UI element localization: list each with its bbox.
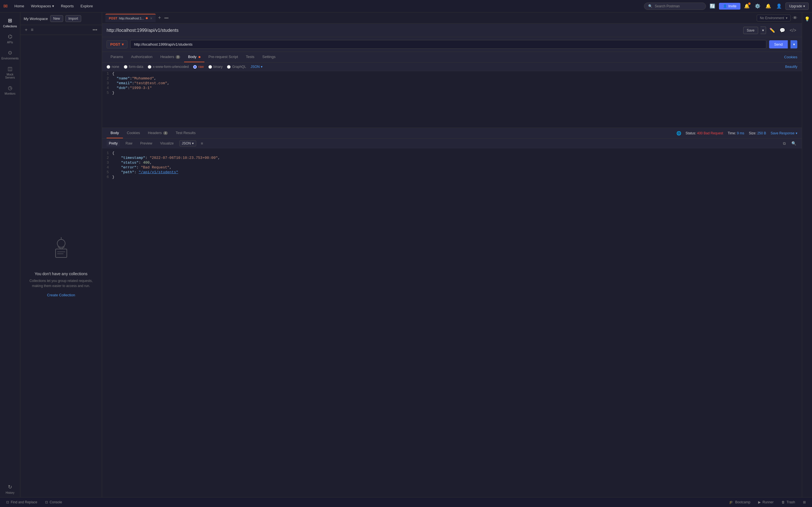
filter-response-btn[interactable]: ≡ (200, 140, 204, 146)
collections-icon: ⊞ (8, 17, 12, 24)
sidebar-item-apis[interactable]: ⌬ APIs (0, 31, 20, 47)
json-format-selector[interactable]: JSON ▾ (251, 65, 262, 69)
more-tabs-btn[interactable]: ••• (163, 16, 170, 20)
radio-none[interactable]: none (107, 65, 119, 69)
radio-urlencoded[interactable]: x-www-form-urlencoded (148, 65, 189, 69)
request-body-editor[interactable]: 1 { 2 "name":"Muhammed", 3 "email":"test… (102, 71, 802, 128)
format-tab-pretty[interactable]: Pretty (107, 140, 120, 147)
code-icon-btn[interactable]: </> (789, 27, 797, 34)
tab-body[interactable]: Body (184, 52, 204, 62)
json-selector-chevron-icon: ▾ (261, 65, 262, 69)
more-options-btn[interactable]: ••• (91, 27, 98, 33)
radio-form-data[interactable]: form-data (124, 65, 143, 69)
tab-settings[interactable]: Settings (258, 52, 280, 62)
sidebar-item-label-monitors: Monitors (4, 92, 15, 95)
method-selector[interactable]: POST ▾ (107, 40, 128, 48)
response-tabs-bar: Body Cookies Headers 4 Test Results 🌐 St… (102, 128, 802, 138)
tab-authorization[interactable]: Authorization (127, 52, 156, 62)
nav-home[interactable]: Home (12, 3, 27, 9)
request-tab[interactable]: POST http://localhost:1... × (105, 14, 156, 22)
environments-icon: ⊙ (8, 50, 12, 56)
nav-reports[interactable]: Reports (59, 3, 76, 9)
profile-btn[interactable]: 👤 (775, 2, 783, 10)
tab-tests[interactable]: Tests (242, 52, 258, 62)
upgrade-button[interactable]: Upgrade ▾ (785, 3, 809, 10)
invite-button[interactable]: 👤 Invite (719, 3, 741, 10)
sync-icon-btn[interactable]: 🔄 (708, 2, 717, 10)
copy-response-btn[interactable]: ⧉ (782, 140, 787, 147)
radio-binary[interactable]: binary (208, 65, 223, 69)
code-line-3: 3 "email":"test@test.com", (102, 81, 802, 86)
bootcamp-icon: 🎓 (729, 500, 733, 504)
nav-explore[interactable]: Explore (79, 3, 95, 9)
sidebar-item-environments[interactable]: ⊙ Environments (0, 47, 20, 63)
new-button[interactable]: New (50, 15, 63, 22)
tab-headers[interactable]: Headers 8 (156, 52, 184, 62)
add-tab-btn[interactable]: + (157, 15, 162, 21)
comment-icon-btn[interactable]: 💬 (778, 26, 786, 34)
resp-line-3: 3 "status": 400, (102, 160, 802, 165)
right-lightbulb-btn[interactable]: 💡 (803, 15, 811, 23)
format-tab-raw[interactable]: Raw (123, 140, 135, 147)
bootcamp-button[interactable]: 🎓 Bootcamp (727, 499, 752, 505)
trash-button[interactable]: 🗑 Trash (780, 499, 797, 505)
code-line-4: 4 "dob":"1999-3-1" (102, 86, 802, 91)
resp-tab-body[interactable]: Body (107, 128, 123, 138)
resp-tab-cookies[interactable]: Cookies (123, 128, 144, 138)
sidebar-item-monitors[interactable]: ◷ Monitors (0, 82, 20, 98)
format-tab-visualize[interactable]: Visualize (158, 140, 176, 147)
send-dropdown-btn[interactable]: ▾ (791, 40, 797, 48)
save-dropdown-btn[interactable]: ▾ (760, 26, 766, 34)
tab-bar: POST http://localhost:1... × + ••• No En… (102, 12, 802, 24)
resp-tab-headers[interactable]: Headers 4 (144, 128, 172, 138)
runner-button[interactable]: ▶ Runner (756, 499, 775, 505)
url-bar: POST ▾ Send ▾ (102, 37, 802, 52)
layout-icon: ⊞ (803, 500, 806, 504)
request-tabs: Params Authorization Headers 8 Body Pre-… (102, 52, 802, 62)
save-button[interactable]: Save (743, 27, 758, 34)
sidebar-item-collections[interactable]: ⊞ Collections (0, 15, 20, 31)
beautify-button[interactable]: Beautify (785, 65, 797, 69)
radio-graphql[interactable]: GraphQL (227, 65, 246, 69)
search-response-btn[interactable]: 🔍 (790, 140, 797, 146)
sidebar-item-mock-servers[interactable]: ◫ Mock Servers (0, 63, 20, 82)
sidebar-item-history[interactable]: ↻ History (0, 481, 20, 497)
console-button[interactable]: ⊡ Console (43, 499, 64, 505)
nav-workspaces[interactable]: Workspaces ▾ (29, 3, 56, 9)
panel-toolbar: + ≡ ••• (20, 25, 102, 35)
resp-tab-test-results[interactable]: Test Results (172, 128, 200, 138)
tab-params[interactable]: Params (107, 52, 127, 62)
environment-selector[interactable]: No Environment ▾ (757, 15, 791, 21)
format-tab-preview[interactable]: Preview (138, 140, 154, 147)
tab-pre-request-script[interactable]: Pre-request Script (204, 52, 242, 62)
radio-raw[interactable]: raw (193, 65, 204, 69)
sidebar-item-label-mock-servers: Mock Servers (2, 73, 18, 79)
json-format-chevron-icon: ▾ (192, 142, 194, 145)
eye-icon-btn[interactable]: 👁 (792, 14, 799, 22)
main-area: ⊞ Collections ⌬ APIs ⊙ Environments ◫ Mo… (0, 12, 812, 497)
header-actions: Save ▾ ✏️ 💬 </> (743, 26, 798, 34)
url-input[interactable] (130, 40, 766, 49)
layout-btn[interactable]: ⊞ (801, 499, 808, 505)
json-format-label: JSON (251, 65, 260, 69)
notifications-btn[interactable]: 🔔 (764, 2, 772, 10)
response-json-format-btn[interactable]: JSON ▾ (179, 140, 196, 147)
tab-close-btn[interactable]: × (150, 16, 152, 20)
settings-btn[interactable]: ⚙️ (753, 2, 762, 10)
edit-icon-btn[interactable]: ✏️ (768, 26, 776, 34)
find-replace-button[interactable]: ⊡ Find and Replace (4, 499, 39, 505)
cookies-link[interactable]: Cookies (784, 52, 797, 62)
send-button[interactable]: Send (769, 40, 788, 48)
time-label: Time: 9 ms (728, 131, 744, 135)
add-collection-btn[interactable]: + (24, 27, 29, 33)
search-bar[interactable]: 🔍 Search Postman (644, 3, 706, 10)
create-collection-link[interactable]: Create Collection (47, 293, 75, 297)
tab-url: http://localhost:1... (119, 17, 144, 20)
sidebar-item-label-collections: Collections (3, 25, 17, 28)
import-button[interactable]: Import (65, 15, 81, 22)
notification-bell-btn[interactable]: 🔔 (743, 2, 751, 10)
filter-btn[interactable]: ≡ (30, 27, 35, 33)
save-response-button[interactable]: Save Response ▾ (770, 131, 797, 135)
globe-icon: 🌐 (676, 131, 681, 135)
trash-icon: 🗑 (781, 500, 785, 504)
